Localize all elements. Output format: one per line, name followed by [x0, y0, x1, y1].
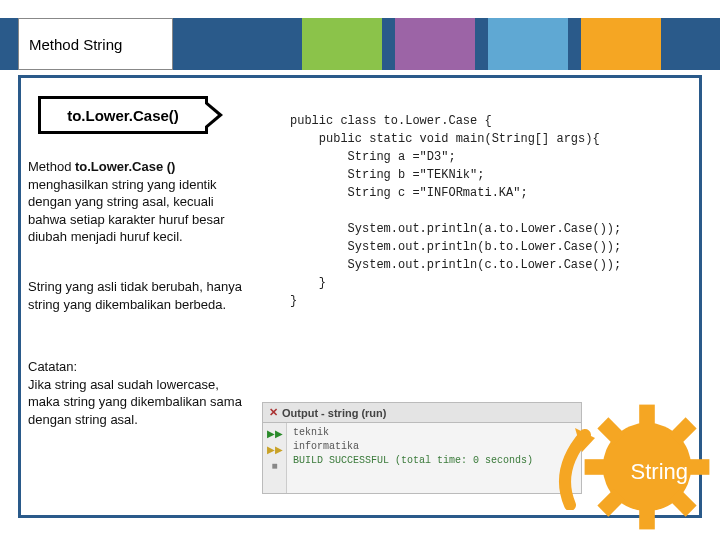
svg-rect-2 [639, 506, 655, 529]
output-gutter: ▶▶ ▶▶ ■ [263, 423, 287, 493]
output-build-line: BUILD SUCCESSFUL (total time: 0 seconds) [293, 454, 533, 468]
method-name-badge: to.Lower.Case() [38, 96, 208, 134]
code-snippet: public class to.Lower.Case { public stat… [290, 112, 621, 310]
description-paragraph-3: Catatan: Jika string asal sudah lowercas… [28, 358, 248, 428]
desc1-rest: menghasilkan string yang identik dengan … [28, 177, 225, 245]
svg-rect-4 [686, 459, 709, 475]
gear-label: String [631, 459, 688, 485]
output-header: ✕ Output - string (run) [263, 403, 581, 423]
output-text: teknik informatika BUILD SUCCESSFUL (tot… [287, 423, 539, 493]
run-icon[interactable]: ▶▶ [267, 426, 283, 440]
arrow-swoosh-icon [550, 410, 630, 510]
output-panel: ✕ Output - string (run) ▶▶ ▶▶ ■ teknik i… [262, 402, 582, 494]
description-paragraph-1: Method to.Lower.Case () menghasilkan str… [28, 158, 248, 246]
tab-purple [395, 18, 475, 70]
tab-green [302, 18, 382, 70]
desc1-bold: to.Lower.Case () [75, 159, 175, 174]
output-line-2: informatika [293, 440, 533, 454]
output-line-1: teknik [293, 426, 533, 440]
svg-rect-1 [639, 405, 655, 428]
slide-title: Method String [18, 18, 173, 70]
stop-icon[interactable]: ■ [267, 458, 283, 472]
description-paragraph-2: String yang asli tidak berubah, hanya st… [28, 278, 248, 313]
rerun-icon[interactable]: ▶▶ [267, 442, 283, 456]
tab-orange [581, 18, 661, 70]
output-title: Output - string (run) [282, 407, 386, 419]
tab-blue [488, 18, 568, 70]
output-x-icon: ✕ [269, 406, 278, 419]
output-body: ▶▶ ▶▶ ■ teknik informatika BUILD SUCCESS… [263, 423, 581, 493]
desc1-prefix: Method [28, 159, 75, 174]
